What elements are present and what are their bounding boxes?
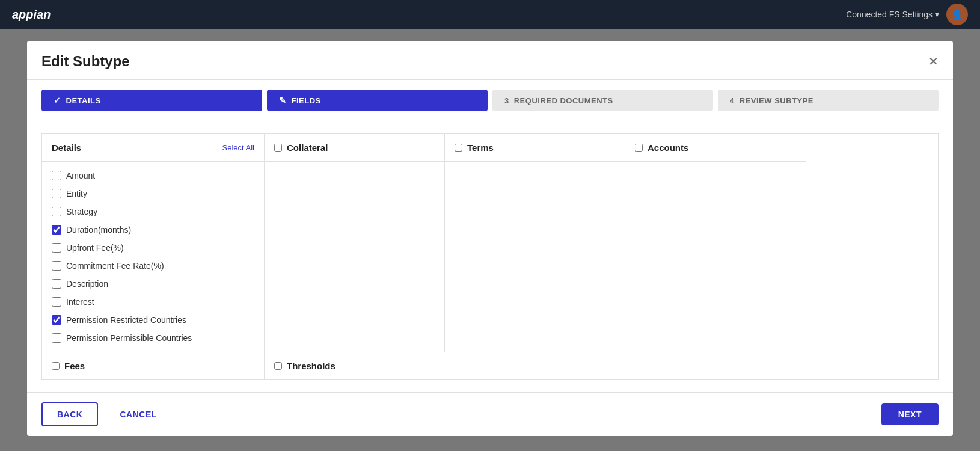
logo-text: appian [12,8,51,22]
checkbox-entity-label: Entity [66,189,87,198]
fields-grid: Details Select All Amount Entity [41,133,939,352]
checkbox-duration[interactable]: Duration(months) [52,222,254,238]
thresholds-col-title: Thresholds [287,361,335,371]
next-button[interactable]: NEXT [881,403,939,425]
fees-column: Fees [42,352,265,379]
bottom-section: Fees Thresholds [41,352,939,380]
terms-col-header: Terms [445,134,625,162]
checkbox-commitment-fee-rate-label: Commitment Fee Rate(%) [66,261,164,271]
modal-header: Edit Subtype ✕ [27,41,953,80]
fees-col-header: Fees [52,361,254,371]
details-column: Details Select All Amount Entity [42,134,265,352]
accounts-checkbox[interactable] [635,144,643,152]
terms-checkbox[interactable] [455,144,462,152]
step-review-label: REVIEW SUBTYPE [740,96,813,105]
user-avatar[interactable]: 👤 [946,4,968,25]
step-fields[interactable]: ✎ FIELDS [267,90,488,111]
checkbox-duration-input[interactable] [52,225,61,235]
terms-column: Terms [445,134,625,352]
fees-col-title: Fees [64,361,85,371]
modal-title: Edit Subtype [41,53,130,70]
step-details[interactable]: ✓ DETAILS [41,90,262,111]
details-col-title: Details [52,143,81,153]
checkbox-upfront-fee[interactable]: Upfront Fee(%) [52,240,254,256]
checkbox-amount-input[interactable] [52,171,61,180]
checkbox-description[interactable]: Description [52,276,254,292]
checkbox-description-label: Description [66,279,108,289]
checkbox-upfront-fee-input[interactable] [52,243,61,253]
thresholds-column: Thresholds [265,352,445,379]
topbar: appian Connected FS Settings ▾ 👤 [0,0,980,29]
collateral-column: Collateral [265,134,445,352]
modal-footer: BACK CANCEL NEXT [27,392,953,436]
accounts-col-title: Accounts [648,143,688,153]
steps-bar: ✓ DETAILS ✎ FIELDS 3 REQUIRED DOCUMENTS … [27,80,953,121]
thresholds-checkbox[interactable] [274,362,282,370]
edit-subtype-modal: Edit Subtype ✕ ✓ DETAILS ✎ FIELDS 3 REQU… [27,41,953,436]
step-review-subtype[interactable]: 4 REVIEW SUBTYPE [718,90,939,111]
checkbox-interest[interactable]: Interest [52,294,254,310]
footer-left-buttons: BACK CANCEL [41,402,171,426]
step-details-check-icon: ✓ [54,96,61,105]
back-button[interactable]: BACK [41,402,98,426]
checkbox-strategy-label: Strategy [66,207,97,216]
step-required-docs-label: REQUIRED DOCUMENTS [514,96,613,105]
select-all-link[interactable]: Select All [222,143,254,152]
checkbox-permission-permissible-label: Permission Permissible Countries [66,333,192,343]
step-review-number: 4 [730,96,735,105]
modal-close-button[interactable]: ✕ [928,55,939,67]
avatar-icon: 👤 [951,9,963,20]
checkbox-commitment-fee-rate-input[interactable] [52,261,61,271]
checkbox-permission-permissible-input[interactable] [52,333,61,343]
checkbox-strategy[interactable]: Strategy [52,204,254,219]
checkbox-commitment-fee-rate[interactable]: Commitment Fee Rate(%) [52,258,254,274]
terms-col-title: Terms [467,143,494,153]
checkbox-permission-restricted[interactable]: Permission Restricted Countries [52,312,254,328]
checkbox-amount-label: Amount [66,171,95,180]
collateral-col-title: Collateral [287,143,328,153]
step-fields-label: FIELDS [292,96,321,105]
checkbox-description-input[interactable] [52,279,61,289]
cancel-button[interactable]: CANCEL [105,402,171,426]
checkbox-entity[interactable]: Entity [52,186,254,201]
checkbox-interest-label: Interest [66,297,94,307]
checkbox-interest-input[interactable] [52,297,61,307]
collateral-col-header: Collateral [265,134,444,162]
details-col-header: Details Select All [42,134,264,162]
checkbox-permission-restricted-label: Permission Restricted Countries [66,315,186,325]
connected-fs-settings[interactable]: Connected FS Settings ▾ [846,10,939,19]
step-required-docs[interactable]: 3 REQUIRED DOCUMENTS [492,90,713,111]
step-details-label: DETAILS [66,96,101,105]
step-required-docs-number: 3 [504,96,509,105]
details-checkbox-list: Amount Entity Strategy Duration(mon [42,162,264,352]
collateral-checkbox[interactable] [274,144,282,152]
checkbox-permission-restricted-input[interactable] [52,315,61,325]
appian-logo: appian [12,8,51,22]
checkbox-duration-label: Duration(months) [66,225,131,235]
checkbox-strategy-input[interactable] [52,207,61,216]
accounts-column: Accounts [625,134,806,352]
thresholds-col-header: Thresholds [274,361,435,371]
checkbox-entity-input[interactable] [52,189,61,198]
fees-checkbox[interactable] [52,362,60,370]
accounts-col-header: Accounts [625,134,806,162]
modal-body: Details Select All Amount Entity [27,121,953,392]
checkbox-amount[interactable]: Amount [52,168,254,183]
topbar-right: Connected FS Settings ▾ 👤 [846,4,968,25]
checkbox-upfront-fee-label: Upfront Fee(%) [66,243,124,253]
modal-overlay: Edit Subtype ✕ ✓ DETAILS ✎ FIELDS 3 REQU… [0,29,980,451]
checkbox-permission-permissible[interactable]: Permission Permissible Countries [52,330,254,346]
step-fields-icon: ✎ [279,96,287,105]
